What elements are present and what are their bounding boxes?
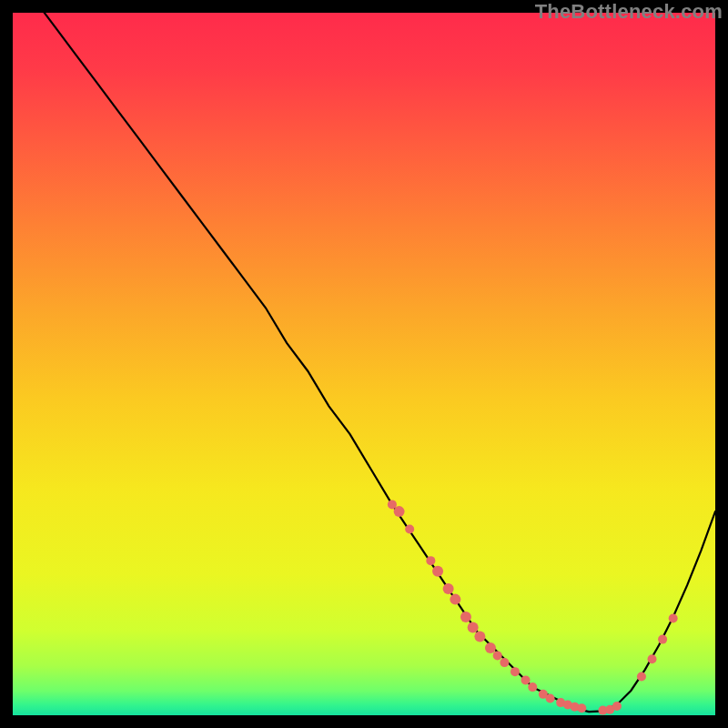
data-point <box>511 667 520 676</box>
plot-area <box>13 13 715 715</box>
data-point <box>450 594 460 605</box>
data-point <box>577 703 586 713</box>
data-point <box>460 612 471 622</box>
chart-outer: TheBottleneck.com <box>0 0 728 728</box>
data-point <box>426 556 435 565</box>
data-point <box>493 651 502 660</box>
data-point <box>468 622 479 633</box>
data-point <box>394 506 405 517</box>
data-point <box>637 672 646 682</box>
data-point <box>546 693 555 703</box>
data-point <box>432 566 443 577</box>
data-point <box>658 635 667 644</box>
watermark: TheBottleneck.com <box>535 0 723 24</box>
data-point <box>474 632 485 642</box>
data-point <box>528 682 537 692</box>
data-point <box>443 583 454 594</box>
chart-surface <box>13 13 715 715</box>
data-point <box>500 658 509 667</box>
data-point <box>612 702 622 711</box>
data-point <box>648 654 657 663</box>
data-point <box>669 613 678 622</box>
data-point <box>405 524 414 533</box>
data-point <box>521 675 531 684</box>
data-point <box>485 642 496 653</box>
gradient-background <box>13 13 715 715</box>
